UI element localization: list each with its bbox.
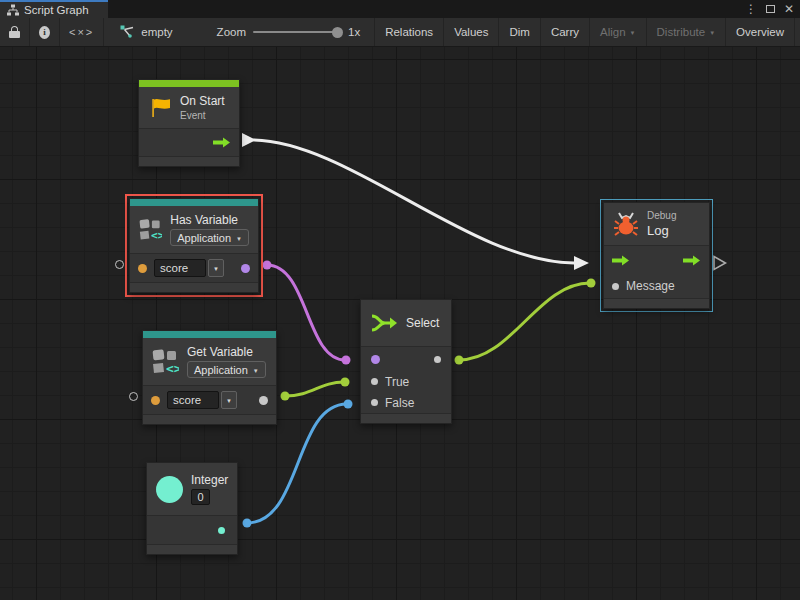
flow-in-port[interactable] bbox=[612, 255, 630, 266]
empty-label: empty bbox=[141, 26, 172, 38]
variable-name-field[interactable]: score bbox=[154, 259, 206, 277]
node-footer bbox=[147, 545, 237, 554]
chevron-down-icon: ▼ bbox=[630, 30, 636, 36]
selection-outline-debug-log: Debug Log Message bbox=[600, 199, 713, 312]
node-footer bbox=[604, 299, 709, 308]
message-input-port[interactable] bbox=[612, 283, 619, 290]
message-port-label: Message bbox=[626, 279, 675, 293]
flag-icon bbox=[148, 96, 172, 120]
more-icon[interactable]: ⋮ bbox=[745, 0, 757, 18]
false-port-label: False bbox=[385, 396, 414, 410]
bug-icon bbox=[613, 211, 639, 237]
value-output-port[interactable] bbox=[259, 396, 268, 405]
condition-input-port[interactable] bbox=[371, 355, 380, 364]
chevron-down-icon: ▼ bbox=[253, 368, 259, 374]
unconnected-port-marker-getvar[interactable] bbox=[129, 392, 138, 401]
connection-cursor-icon bbox=[120, 25, 135, 39]
node-integer[interactable]: Integer 0 bbox=[146, 462, 238, 555]
node-select[interactable]: Select True False bbox=[360, 299, 452, 424]
chevron-down-icon: ▼ bbox=[226, 398, 232, 404]
graph-icon bbox=[7, 4, 19, 16]
node-title: Integer bbox=[191, 473, 228, 487]
node-category: Debug bbox=[647, 210, 676, 221]
node-colorbar bbox=[143, 331, 276, 338]
flow-out-port[interactable] bbox=[683, 255, 701, 266]
selection-indicator: empty bbox=[104, 18, 181, 46]
node-subtitle: Event bbox=[180, 110, 225, 121]
distribute-button[interactable]: Distribute▼ bbox=[646, 18, 726, 46]
svg-text:<>: <> bbox=[166, 361, 179, 374]
variables-icon: <> bbox=[139, 217, 162, 242]
node-title: Has Variable bbox=[170, 213, 249, 227]
integer-icon bbox=[156, 476, 183, 503]
node-colorbar bbox=[130, 199, 258, 206]
variable-name-dropdown-button[interactable]: ▼ bbox=[221, 391, 237, 409]
info-button[interactable]: i bbox=[30, 18, 60, 46]
false-input-port[interactable] bbox=[371, 399, 378, 406]
align-button[interactable]: Align▼ bbox=[589, 18, 646, 46]
dim-button[interactable]: Dim bbox=[498, 18, 539, 46]
info-icon: i bbox=[39, 26, 50, 39]
variable-name-field[interactable]: score bbox=[167, 391, 219, 409]
node-footer bbox=[139, 157, 239, 166]
node-has-variable[interactable]: <> Has Variable Application ▼ score ▼ bbox=[129, 198, 259, 293]
values-button[interactable]: Values bbox=[443, 18, 498, 46]
chevron-down-icon: ▼ bbox=[213, 266, 219, 272]
chevron-down-icon: ▼ bbox=[236, 236, 242, 242]
unconnected-port-marker-hasvar[interactable] bbox=[115, 260, 124, 269]
overview-button[interactable]: Overview bbox=[725, 18, 794, 46]
true-port-label: True bbox=[385, 375, 409, 389]
node-footer bbox=[361, 414, 451, 423]
graph-toolbar: i <×> empty Zoom 1x Relations Values Dim… bbox=[0, 18, 800, 47]
close-icon[interactable]: ✕ bbox=[784, 0, 794, 18]
string-input-port[interactable] bbox=[151, 396, 160, 405]
scope-dropdown[interactable]: Application ▼ bbox=[187, 361, 266, 378]
selection-output-port[interactable] bbox=[434, 356, 441, 363]
zoom-control: Zoom 1x bbox=[208, 18, 375, 46]
code-preview-button[interactable]: <×> bbox=[60, 18, 104, 46]
chevron-down-icon: ▼ bbox=[709, 30, 715, 36]
title-bar: Script Graph ⋮ ✕ bbox=[0, 0, 800, 18]
true-input-port[interactable] bbox=[371, 378, 378, 385]
node-get-variable[interactable]: <> Get Variable Application ▼ score ▼ bbox=[142, 330, 277, 425]
tab-title: Script Graph bbox=[24, 4, 89, 16]
zoom-value: 1x bbox=[348, 26, 360, 38]
node-title: Get Variable bbox=[187, 345, 266, 359]
node-title: Select bbox=[406, 316, 439, 330]
flow-out-port[interactable] bbox=[213, 137, 231, 148]
node-title: On Start bbox=[180, 94, 225, 108]
select-icon bbox=[371, 313, 398, 333]
node-debug-log[interactable]: Debug Log Message bbox=[603, 202, 710, 309]
node-on-start[interactable]: On Start Event bbox=[138, 79, 240, 167]
lock-icon bbox=[9, 26, 20, 38]
zoom-slider-handle[interactable] bbox=[332, 27, 343, 38]
svg-text:<>: <> bbox=[151, 229, 162, 242]
lock-button[interactable] bbox=[0, 18, 30, 46]
node-footer bbox=[143, 415, 276, 424]
relations-button[interactable]: Relations bbox=[374, 18, 443, 46]
variable-name-dropdown-button[interactable]: ▼ bbox=[208, 259, 224, 277]
tab-script-graph[interactable]: Script Graph bbox=[0, 0, 108, 18]
zoom-slider[interactable] bbox=[253, 31, 341, 33]
node-title: Log bbox=[647, 223, 676, 238]
node-colorbar bbox=[139, 80, 239, 87]
node-footer bbox=[130, 283, 258, 292]
scope-dropdown[interactable]: Application ▼ bbox=[170, 229, 249, 246]
integer-value-field[interactable]: 0 bbox=[191, 489, 210, 505]
string-input-port[interactable] bbox=[138, 264, 147, 273]
selection-outline-has-variable: <> Has Variable Application ▼ score ▼ bbox=[125, 194, 263, 297]
code-icon: <×> bbox=[69, 26, 94, 38]
carry-button[interactable]: Carry bbox=[540, 18, 589, 46]
variables-icon: <> bbox=[152, 349, 179, 374]
int-output-port[interactable] bbox=[218, 527, 225, 534]
full-screen-button[interactable]: Full Screen bbox=[794, 18, 800, 46]
zoom-label: Zoom bbox=[217, 26, 246, 38]
maximize-icon[interactable] bbox=[766, 5, 775, 13]
bool-output-port[interactable] bbox=[241, 264, 250, 273]
